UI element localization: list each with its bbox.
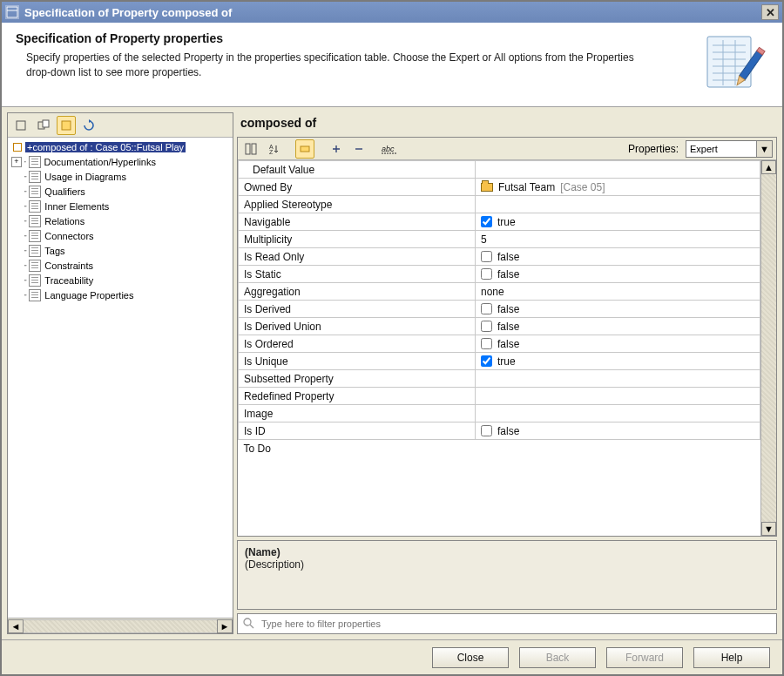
property-value[interactable]: false <box>476 318 760 335</box>
property-checkbox[interactable] <box>481 338 492 349</box>
abc-icon[interactable]: abc <box>381 139 400 159</box>
tree-item[interactable]: ··· Traceability <box>8 273 233 287</box>
tree-item[interactable]: ··· Inner Elements <box>8 199 233 213</box>
tree-item[interactable]: ··· Connectors <box>8 228 233 243</box>
filter-input[interactable] <box>260 618 771 630</box>
back-button[interactable]: Back <box>519 647 596 668</box>
scroll-right-icon[interactable]: ► <box>217 619 233 633</box>
property-value[interactable]: false <box>476 301 760 318</box>
nav-hscroll[interactable]: ◄ ► <box>8 618 233 633</box>
tree-item[interactable]: ··· Language Properties <box>8 287 233 302</box>
filter-bar[interactable] <box>237 613 777 634</box>
property-value[interactable]: true <box>476 353 760 370</box>
property-checkbox[interactable] <box>481 321 492 332</box>
tree-item-label: Documentation/Hyperlinks <box>44 157 156 167</box>
property-value[interactable]: Futsal Team[Case 05] <box>476 179 760 196</box>
grid-rows[interactable]: Default ValueOwned ByFutsal Team[Case 05… <box>238 160 760 536</box>
property-key: Default Value <box>239 161 476 179</box>
categorize-icon[interactable] <box>241 139 260 159</box>
forward-button[interactable]: Forward <box>606 647 683 668</box>
nav-tool-2[interactable] <box>34 116 53 135</box>
header-graphic <box>700 31 770 94</box>
page-icon <box>29 186 41 198</box>
scroll-down-icon[interactable]: ▼ <box>761 522 776 536</box>
property-row[interactable]: Is Staticfalse <box>239 266 760 283</box>
close-icon[interactable]: ✕ <box>761 4 779 20</box>
svg-point-26 <box>244 619 251 625</box>
property-checkbox[interactable] <box>481 303 492 314</box>
owned-by-name: Futsal Team <box>498 181 555 193</box>
property-key: Subsetted Property <box>239 370 476 388</box>
property-checkbox[interactable] <box>481 216 492 227</box>
scroll-track[interactable] <box>761 174 776 522</box>
property-value[interactable] <box>476 405 760 422</box>
property-value[interactable]: 5 <box>476 231 760 248</box>
tree-root[interactable]: +composed of : Case 05::Futsal Play <box>8 139 233 154</box>
nav-tree[interactable]: +composed of : Case 05::Futsal Play + ··… <box>8 138 233 618</box>
property-row[interactable]: Image <box>239 405 760 422</box>
toolbar-button[interactable] <box>295 139 314 159</box>
property-row[interactable]: Is Uniquetrue <box>239 353 760 370</box>
tree-item-label: Traceability <box>44 275 93 286</box>
properties-dropdown[interactable]: ▼ <box>686 140 773 158</box>
nav-tool-1[interactable] <box>11 116 30 135</box>
property-check-label: false <box>497 321 519 333</box>
property-key: Is Derived Union <box>239 318 476 335</box>
tree-item[interactable]: ··· Constraints <box>8 258 233 273</box>
tree-item[interactable]: ··· Tags <box>8 243 233 258</box>
property-checkbox[interactable] <box>481 355 492 367</box>
scroll-up-icon[interactable]: ▲ <box>761 160 776 174</box>
svg-text:Z: Z <box>269 149 274 155</box>
expand-icon[interactable]: + <box>11 157 22 167</box>
tree-item[interactable]: ··· Relations <box>8 213 233 228</box>
property-row[interactable]: Multiplicity5 <box>239 231 760 248</box>
scroll-left-icon[interactable]: ◄ <box>8 619 24 633</box>
property-row[interactable]: Aggregationnone <box>239 283 760 301</box>
property-row[interactable]: Navigabletrue <box>239 213 760 231</box>
property-row[interactable]: Is Orderedfalse <box>239 335 760 353</box>
property-value[interactable]: false <box>476 422 760 440</box>
property-value[interactable] <box>476 388 760 405</box>
close-button[interactable]: Close <box>432 647 509 668</box>
collapse-icon[interactable] <box>349 139 368 159</box>
header-heading: Specification of Property properties <box>16 31 693 45</box>
desc-name: (Name) <box>245 546 769 558</box>
property-row[interactable]: Owned ByFutsal Team[Case 05] <box>239 179 760 196</box>
scroll-track[interactable] <box>24 619 217 633</box>
property-key: Is Unique <box>239 353 476 370</box>
tree-item[interactable]: ··· Usage in Diagrams <box>8 169 233 184</box>
property-row[interactable]: Is Read Onlyfalse <box>239 248 760 266</box>
todo-row: To Do <box>239 440 760 457</box>
property-value[interactable] <box>476 161 760 179</box>
property-value[interactable]: false <box>476 335 760 353</box>
property-row[interactable]: Is Derivedfalse <box>239 301 760 318</box>
property-row[interactable]: Applied Stereotype <box>239 196 760 213</box>
expand-icon[interactable] <box>327 139 346 159</box>
property-checkbox[interactable] <box>481 268 492 280</box>
property-row[interactable]: Redefined Property <box>239 388 760 405</box>
grid-vscroll[interactable]: ▲ ▼ <box>760 160 776 536</box>
property-value[interactable] <box>476 370 760 388</box>
property-value[interactable]: none <box>476 283 760 301</box>
property-row[interactable]: Is IDfalse <box>239 422 760 440</box>
property-row[interactable]: Default Value <box>239 161 760 179</box>
nav-tool-3[interactable] <box>57 116 76 135</box>
chevron-down-icon[interactable]: ▼ <box>756 141 772 157</box>
tree-item[interactable]: + ·· Documentation/Hyperlinks <box>8 154 233 169</box>
help-button[interactable]: Help <box>693 647 770 668</box>
tree-connector: ··· <box>24 290 25 300</box>
property-value[interactable]: true <box>476 213 760 231</box>
property-value[interactable] <box>476 196 760 213</box>
property-checkbox[interactable] <box>481 425 492 436</box>
property-check-label: false <box>497 338 519 350</box>
detail-panel: composed of AZ abc Properties: <box>237 112 777 634</box>
refresh-icon[interactable] <box>79 116 98 135</box>
properties-dropdown-value[interactable] <box>686 144 756 154</box>
property-value[interactable]: false <box>476 266 760 283</box>
tree-item[interactable]: ··· Qualifiers <box>8 184 233 199</box>
property-value[interactable]: false <box>476 248 760 266</box>
property-row[interactable]: Subsetted Property <box>239 370 760 388</box>
property-row[interactable]: Is Derived Unionfalse <box>239 318 760 335</box>
property-checkbox[interactable] <box>481 251 492 262</box>
sort-icon[interactable]: AZ <box>264 139 283 159</box>
